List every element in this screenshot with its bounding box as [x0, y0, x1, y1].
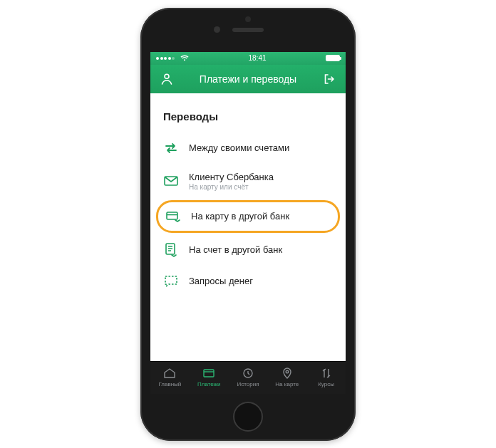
status-left — [156, 55, 189, 61]
list-item-label: На карту в другой банк — [191, 211, 289, 222]
signal-icon — [156, 57, 175, 60]
history-icon — [242, 368, 254, 379]
tab-label: Платежи — [197, 381, 220, 387]
sensor-dot — [245, 16, 251, 22]
transfer-card-other-bank[interactable]: На карту в другой банк — [156, 200, 340, 233]
payments-icon — [202, 368, 215, 379]
list-item-label: Между своими счетами — [189, 142, 289, 153]
money-requests[interactable]: Запросы денег — [150, 266, 346, 297]
wifi-icon — [180, 55, 189, 61]
transfer-account-other-bank[interactable]: На счет в другой банк — [150, 234, 346, 266]
page-title: Платежи и переводы — [200, 73, 296, 85]
list-item-label: Запросы денег — [189, 276, 253, 286]
home-icon — [163, 368, 176, 379]
tab-map[interactable]: На карте — [267, 362, 306, 394]
tab-label: История — [237, 381, 259, 387]
speaker-slot — [232, 28, 264, 32]
tab-label: На карте — [275, 381, 299, 387]
home-button[interactable] — [233, 402, 263, 432]
logout-icon[interactable] — [321, 71, 337, 87]
svg-rect-2 — [167, 212, 177, 219]
envelope-icon — [163, 173, 179, 189]
swap-icon — [163, 140, 179, 156]
transfer-sberbank-client[interactable]: Клиенту Сбербанка На карту или счёт — [150, 164, 346, 199]
screen: 18:41 Платежи и переводы — [150, 52, 346, 394]
status-bar: 18:41 — [150, 52, 346, 65]
phone-frame: 18:41 Платежи и переводы — [140, 8, 356, 441]
transfer-between-accounts[interactable]: Между своими счетами — [150, 132, 346, 164]
battery-icon — [326, 55, 340, 61]
status-time: 18:41 — [248, 54, 266, 62]
svg-rect-4 — [204, 370, 214, 377]
tab-history[interactable]: История — [229, 362, 268, 394]
list-item-label: На счет в другой банк — [189, 244, 282, 255]
svg-point-0 — [165, 74, 169, 78]
location-icon — [281, 368, 294, 379]
message-icon — [163, 274, 179, 289]
tab-home[interactable]: Главный — [150, 362, 190, 394]
section-title: Переводы — [150, 93, 346, 132]
tab-label: Курсы — [318, 381, 334, 387]
profile-icon[interactable] — [159, 71, 175, 87]
rates-icon — [320, 368, 333, 379]
app-header: Платежи и переводы — [150, 65, 346, 93]
tab-bar: Главный Платежи История На карте — [150, 361, 346, 394]
tab-label: Главный — [158, 381, 181, 387]
list-item-label: Клиенту Сбербанка — [189, 172, 274, 182]
card-arrow-icon — [165, 209, 181, 224]
document-arrow-icon — [163, 242, 179, 258]
list-item-sub: На карту или счёт — [189, 183, 274, 191]
tab-rates[interactable]: Курсы — [306, 362, 346, 394]
svg-point-6 — [286, 370, 289, 373]
status-right — [326, 55, 340, 61]
tab-payments[interactable]: Платежи — [190, 362, 229, 394]
front-camera — [214, 26, 220, 33]
content: Переводы Между своими счетами — [150, 93, 346, 361]
